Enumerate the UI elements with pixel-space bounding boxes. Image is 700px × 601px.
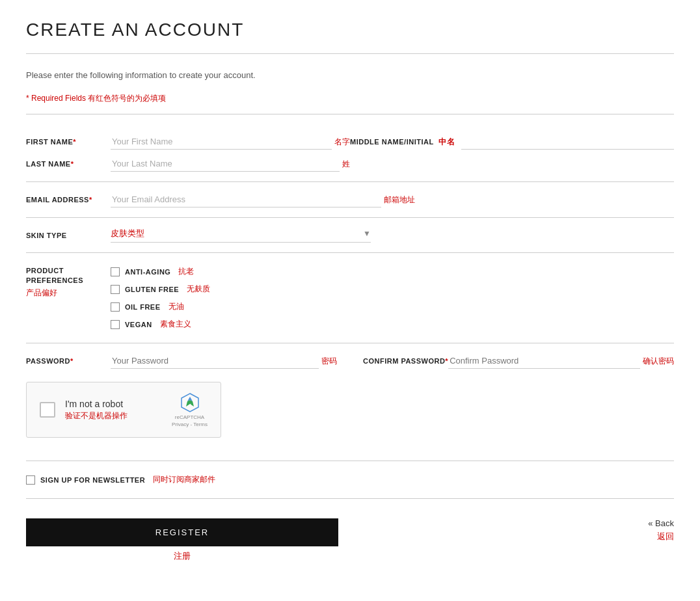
password-row: PASSWORD* 密码 CONFIRM PASSWORD* 确认密码	[26, 353, 674, 369]
prefs-options: ANTI-AGING 抗老 GLUTEN FREE 无麸质 OIL FREE 无…	[111, 266, 210, 330]
prefs-label-group: PRODUCT PREFERENCES 产品偏好	[26, 266, 111, 299]
svg-text:✓: ✓	[189, 403, 191, 407]
vegan-checkbox[interactable]	[111, 320, 120, 329]
password-section: PASSWORD* 密码 CONFIRM PASSWORD* 确认密码 I'm …	[26, 343, 674, 461]
oil-free-label: OIL FREE	[125, 303, 161, 311]
required-asterisk: * Required Fields	[26, 94, 86, 103]
confirm-password-group: CONFIRM PASSWORD* 确认密码	[363, 353, 674, 369]
anti-aging-label-zh: 抗老	[178, 266, 194, 277]
vegan-label-zh: 素食主义	[160, 319, 191, 330]
register-group: REGISTER 注册	[26, 518, 338, 562]
page-container: CREATE AN ACCOUNT Please enter the follo…	[0, 0, 700, 601]
password-group: PASSWORD* 密码	[26, 353, 337, 369]
last-name-label: LAST NAME*	[26, 160, 111, 168]
name-section-divider	[26, 114, 674, 114]
top-divider	[26, 53, 674, 54]
confirm-password-label: CONFIRM PASSWORD*	[363, 357, 448, 365]
gluten-free-label: GLUTEN FREE	[125, 286, 179, 293]
last-name-group: LAST NAME* 姓	[26, 156, 350, 172]
recaptcha-logo: ✓ reCAPTCHA Privacy - Terms	[172, 392, 208, 427]
password-input[interactable]	[111, 353, 319, 369]
newsletter-checkbox[interactable]	[26, 475, 35, 485]
email-row: EMAIL ADDRESS* 邮箱地址	[26, 192, 674, 207]
skin-type-section: SKIN TYPE 皮肤类型 ▼	[26, 218, 674, 253]
gluten-free-checkbox[interactable]	[111, 285, 120, 294]
skin-type-arrow-icon: ▼	[363, 229, 371, 238]
password-label: PASSWORD*	[26, 357, 111, 365]
recaptcha-text: I'm not a robot	[65, 399, 162, 409]
recaptcha-icon: ✓	[180, 392, 200, 413]
oil-free-label-zh: 无油	[168, 301, 184, 312]
email-input[interactable]	[111, 192, 381, 207]
newsletter-section: SIGN UP FOR NEWSLETTER 同时订阅商家邮件	[26, 461, 674, 499]
newsletter-label: SIGN UP FOR NEWSLETTER	[40, 476, 145, 484]
register-button[interactable]: REGISTER	[26, 518, 338, 546]
first-name-group: FIRST NAME* 名字	[26, 134, 350, 150]
intro-text: Please enter the following information t…	[26, 70, 674, 80]
email-placeholder-zh: 邮箱地址	[384, 194, 415, 206]
pref-gluten-free: GLUTEN FREE 无麸质	[111, 284, 210, 295]
page-title: CREATE AN ACCOUNT	[26, 20, 674, 40]
last-name-placeholder-zh: 姓	[342, 159, 350, 170]
skin-type-select[interactable]: 皮肤类型 ▼	[111, 228, 371, 243]
prefs-label-line1: PRODUCT	[26, 266, 111, 276]
pref-anti-aging: ANTI-AGING 抗老	[111, 266, 210, 277]
skin-type-value-zh: 皮肤类型	[111, 228, 363, 239]
footer-row: REGISTER 注册 « Back 返回	[26, 518, 674, 562]
email-section: EMAIL ADDRESS* 邮箱地址	[26, 182, 674, 218]
email-label: EMAIL ADDRESS*	[26, 196, 111, 204]
gluten-free-label-zh: 无麸质	[187, 284, 210, 295]
vegan-label: VEGAN	[125, 321, 152, 328]
email-group: EMAIL ADDRESS* 邮箱地址	[26, 192, 415, 207]
back-link[interactable]: « Back	[648, 518, 674, 528]
recaptcha-wrapper: I'm not a robot 验证不是机器操作 ✓ reCAPTCHA Pri…	[26, 382, 221, 438]
name-section: FIRST NAME* 名字 MIDDLE NAME/INITIAL 中名 LA…	[26, 124, 674, 182]
middle-name-label-zh: 中名	[438, 137, 455, 146]
anti-aging-checkbox[interactable]	[111, 267, 120, 276]
back-group: « Back 返回	[648, 518, 674, 542]
product-prefs-section: PRODUCT PREFERENCES 产品偏好 ANTI-AGING 抗老 G…	[26, 253, 674, 343]
middle-name-group: MIDDLE NAME/INITIAL 中名	[350, 134, 674, 150]
last-name-input[interactable]	[111, 156, 340, 172]
recaptcha-links: Privacy - Terms	[172, 421, 208, 427]
middle-name-input[interactable]	[461, 134, 674, 150]
recaptcha-checkbox[interactable]	[40, 402, 55, 418]
oil-free-checkbox[interactable]	[111, 302, 120, 312]
recaptcha-text-zh: 验证不是机器操作	[65, 410, 162, 421]
newsletter-label-zh: 同时订阅商家邮件	[153, 474, 215, 485]
register-label-zh: 注册	[26, 550, 338, 562]
prefs-label-line2: PREFERENCES	[26, 276, 111, 286]
first-name-row: FIRST NAME* 名字 MIDDLE NAME/INITIAL 中名	[26, 134, 674, 150]
middle-name-label: MIDDLE NAME/INITIAL 中名	[350, 137, 455, 148]
first-name-placeholder-zh: 名字	[334, 137, 350, 148]
prefs-label-zh: 产品偏好	[26, 287, 111, 299]
first-name-label: FIRST NAME*	[26, 138, 111, 146]
recaptcha-brand-text: reCAPTCHA	[175, 414, 204, 420]
last-name-row: LAST NAME* 姓	[26, 156, 674, 172]
anti-aging-label: ANTI-AGING	[125, 268, 170, 276]
skin-type-label: SKIN TYPE	[26, 232, 111, 239]
pref-oil-free: OIL FREE 无油	[111, 301, 210, 312]
recaptcha-box[interactable]: I'm not a robot 验证不是机器操作 ✓ reCAPTCHA Pri…	[26, 382, 221, 438]
back-label-zh: 返回	[648, 531, 674, 542]
recaptcha-text-group: I'm not a robot 验证不是机器操作	[65, 399, 162, 421]
password-placeholder-zh: 密码	[321, 356, 337, 367]
confirm-password-placeholder-zh: 确认密码	[643, 356, 674, 367]
required-note-zh: 有红色符号的为必填项	[88, 94, 166, 103]
first-name-input[interactable]	[111, 134, 332, 150]
pref-vegan: VEGAN 素食主义	[111, 319, 210, 330]
confirm-password-input[interactable]	[448, 353, 640, 369]
required-note: * Required Fields 有红色符号的为必填项	[26, 93, 674, 104]
